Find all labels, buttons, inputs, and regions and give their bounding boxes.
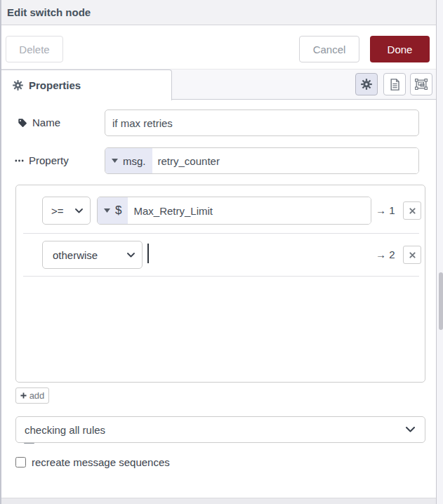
rule2-operator-select[interactable]: otherwise <box>42 241 143 269</box>
rule1-operator-value: >= <box>51 205 64 217</box>
name-field-label: Name <box>18 117 60 128</box>
dialog-header: Edit switch node <box>1 0 436 25</box>
add-rule-button[interactable]: add <box>15 387 49 404</box>
dialog-title: Edit switch node <box>7 6 91 18</box>
x-icon <box>409 208 416 214</box>
tab-bar: Properties <box>1 69 436 100</box>
cancel-button-label: Cancel <box>313 44 346 55</box>
property-field-label: Property <box>15 154 69 166</box>
rule1-type-label: $ <box>115 204 121 218</box>
x-icon <box>409 252 416 258</box>
caret-down-icon <box>104 208 110 213</box>
tab-properties-label: Properties <box>29 79 81 91</box>
property-type-dropdown[interactable]: msg. <box>105 148 152 173</box>
rule-mode-select[interactable]: checking all rules <box>15 416 425 443</box>
rule1-remove-button[interactable] <box>403 201 421 220</box>
rule2-operator-value: otherwise <box>53 249 98 261</box>
rule1-type-dropdown[interactable]: $ <box>98 197 128 224</box>
property-type-label: msg. <box>123 155 146 167</box>
done-button-label: Done <box>388 44 413 55</box>
property-label-text: Property <box>29 154 69 166</box>
tab-properties[interactable]: Properties <box>1 69 172 100</box>
caret-down-icon <box>112 159 118 163</box>
property-typed-input: msg. <box>105 147 419 174</box>
rule-separator <box>23 233 419 234</box>
recreate-sequences-checkbox[interactable] <box>15 457 26 467</box>
add-rule-button-label: add <box>29 390 45 401</box>
scrollbar-track[interactable] <box>436 0 443 504</box>
scrollbar-thumb[interactable] <box>439 272 443 330</box>
chevron-down-icon <box>75 208 83 213</box>
recreate-sequences-row: recreate message sequences <box>15 456 170 468</box>
name-input[interactable] <box>105 110 419 136</box>
done-button[interactable]: Done <box>370 36 430 62</box>
delete-button-label: Delete <box>19 44 49 55</box>
gear-icon <box>361 79 372 90</box>
rule1-typed-input: $ <box>97 197 371 225</box>
ellipsis-icon <box>15 159 24 162</box>
rule2-remove-button[interactable] <box>403 246 421 264</box>
description-toolbar-button[interactable] <box>383 73 406 95</box>
rule1-value-input[interactable] <box>128 197 371 224</box>
tray-footer <box>1 498 436 504</box>
rule2-output-arrow: → 2 <box>376 248 395 260</box>
appearance-toolbar-button[interactable] <box>410 73 432 95</box>
properties-toolbar-button[interactable] <box>355 73 378 95</box>
cancel-button[interactable]: Cancel <box>299 36 359 62</box>
chevron-down-icon <box>127 253 135 258</box>
rule-separator <box>23 276 419 277</box>
recreate-sequences-label[interactable]: recreate message sequences <box>32 456 170 468</box>
plus-icon <box>20 392 27 399</box>
name-label-text: Name <box>32 117 60 128</box>
rule1-output-arrow: → 1 <box>376 204 395 216</box>
text-caret <box>147 244 149 263</box>
gear-icon <box>13 80 23 91</box>
object-group-icon <box>415 79 428 90</box>
chevron-down-icon <box>406 427 415 432</box>
delete-button[interactable]: Delete <box>6 36 63 62</box>
property-value-input[interactable] <box>152 148 418 173</box>
document-icon <box>390 79 400 91</box>
rule1-operator-select[interactable]: >= <box>42 197 91 225</box>
rules-container: >= $ → 1 otherwise → 2 <box>15 185 425 383</box>
tag-icon <box>18 118 27 128</box>
rule-mode-value: checking all rules <box>25 424 105 436</box>
